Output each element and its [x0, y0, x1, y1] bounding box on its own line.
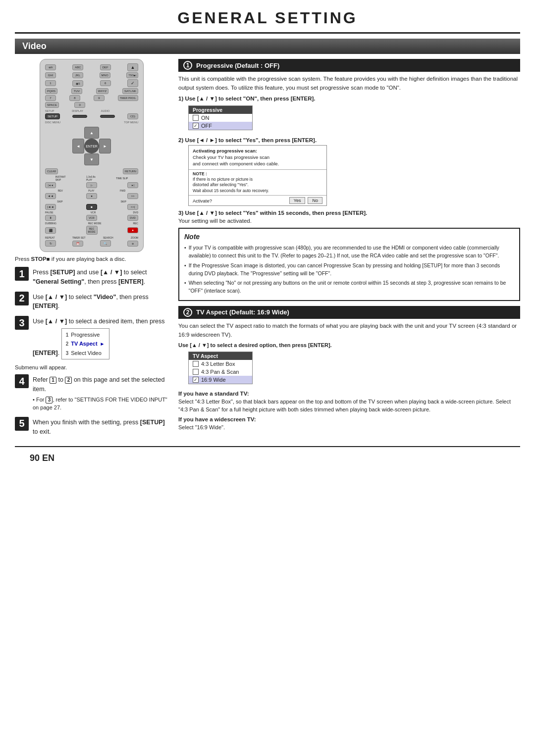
remote-btn-pause: ⏸: [45, 215, 56, 221]
step-2-text: Use [▲ / ▼] to select "Video", then pres…: [33, 292, 168, 311]
submenu-arrow: ►: [100, 340, 105, 348]
section1-step3-label: 3) Use [▲ / ▼] to select "Yes" within 15…: [178, 210, 520, 216]
note-bullet-3: •: [184, 279, 186, 295]
note-bullet-1: •: [184, 244, 186, 260]
step-3-number: 3: [15, 316, 29, 330]
remote-btn-tuv: TUV: [71, 88, 82, 94]
remote-btn-zoom: ⊕: [127, 241, 138, 247]
activate-no-btn[interactable]: No: [308, 197, 322, 204]
remote-btn-rev: ◄◄: [45, 193, 56, 199]
tv-letterbox-checkbox: [193, 361, 199, 367]
main-content: ⊕/A ABC DEF ▲ GHI JKL MNO TSO▶| 1 ◉5 6 ✓: [15, 54, 520, 441]
activate-box-footer: Activate? Yes No: [189, 195, 326, 205]
remote-btn-135x: ▷: [86, 182, 97, 188]
activate-line3: and connect with component video cable.: [193, 160, 322, 167]
remote-btn-rec: ●: [127, 227, 138, 233]
step-5-number: 5: [15, 417, 29, 431]
ref-3: 3: [46, 397, 53, 403]
remote-btn-9: 9: [94, 95, 105, 101]
activate-note-title: NOTE :: [193, 171, 322, 177]
remote-btn-timerprog: TIMER PROG.: [118, 95, 138, 101]
remote-label-display: DISPLAY: [72, 109, 83, 112]
step-4-block: 4 Refer 1 to 2 on this page and set the …: [15, 374, 168, 412]
section-1-circle: 1: [183, 61, 192, 70]
note-item-1: • If your TV is compatible with progress…: [184, 244, 514, 260]
progressive-off-checkbox: [193, 123, 199, 129]
remote-dpad: ▲ ◄ ENTER ► ▼: [72, 127, 111, 165]
remote-btn-cd: CD): [127, 113, 138, 119]
remote-btn-2: ◉5: [72, 80, 83, 87]
activate-yes-btn[interactable]: Yes: [289, 197, 306, 204]
remote-btn-play-center: ●: [86, 193, 97, 199]
progressive-box: Progressive ON OFF: [188, 105, 253, 130]
remote-btn-down: ▼: [84, 153, 99, 165]
remote-btn-wxyz: WXYZ: [96, 88, 108, 94]
remote-btn-up: ▲: [84, 127, 99, 139]
remote-btn-vcr: VCR: [86, 215, 97, 221]
remote-btn-repeat: ↻: [45, 240, 56, 247]
note-item-3: • When selecting "No" or not pressing an…: [184, 279, 514, 295]
remote-btn-search: 🔍: [100, 240, 111, 247]
section-1-header: 1 Progressive (Default : OFF): [178, 59, 520, 72]
section-2-body: You can select the TV aspect ratio to ma…: [178, 322, 520, 340]
bottom-bar: 90 EN: [15, 446, 520, 469]
remote-btn-instant-skip: |◄◄: [45, 182, 56, 188]
remote-btn-audio: [100, 115, 115, 118]
step-4-text: Refer 1 to 2 on this page and set the se…: [33, 374, 168, 412]
standard-tv-body: Select "4:3 Letter Box", so that black b…: [178, 398, 520, 414]
remote-btn-ghi: GHI: [45, 72, 56, 78]
remote-btn-mute: ⊕/A: [45, 64, 56, 70]
step-5-text: When you finish with the setting, press …: [33, 417, 168, 437]
submenu-item-1: 1 Progressive: [66, 330, 105, 340]
remote-label-dubbing: DUBBING: [45, 222, 56, 225]
step-3-text: Use [▲ / ▼] to select a desired item, th…: [33, 316, 168, 359]
section-header: Video: [15, 39, 520, 54]
tv-aspect-box: TV Aspect 4:3 Letter Box 4:3 Pan & Scan …: [188, 352, 253, 384]
remote-btn-mno: MNO: [100, 72, 110, 78]
activate-box-body: Activating progressive scan: Check your …: [189, 146, 326, 169]
note-text-1: If your TV is compatible with progressiv…: [189, 244, 514, 260]
section-1-title: Progressive (Default : OFF): [196, 62, 279, 69]
remote-label-skip2: SKIP: [120, 200, 126, 203]
section1-step3-note: Your setting will be activated.: [178, 218, 520, 224]
remote-btn-stop: ■: [86, 204, 97, 210]
right-column: 1 Progressive (Default : OFF) This unit …: [178, 59, 520, 441]
remote-label-setup: SETUP: [45, 109, 54, 112]
remote-btn-skip-next: >>|: [127, 204, 138, 210]
remote-btn-tso: TSO▶|: [126, 72, 138, 78]
submenu-item-2: 2 TV Aspect ►: [66, 339, 105, 349]
remote-label-topmenu: TOP MENU: [124, 121, 138, 124]
remote-btn-display: [72, 115, 87, 118]
remote-label-recmode: REC MODE: [88, 222, 102, 225]
step-1-number: 1: [15, 267, 29, 281]
remote-btn-1: 1: [45, 80, 56, 86]
remote-label-skip: SKIP: [57, 200, 62, 203]
activate-box: Activating progressive scan: Check your …: [188, 145, 327, 206]
remote-btn-enter: ENTER: [84, 139, 99, 153]
remote-label-pause: PAUSE: [45, 211, 54, 214]
step-1-text: Press [SETUP] and use [▲ / ▼] to select …: [33, 267, 168, 287]
remote-btn-7: 7: [45, 95, 56, 101]
progressive-on-item: ON: [189, 114, 252, 122]
remote-label-instant: INSTANTSKIP: [55, 175, 66, 181]
remote-btn-pqrs: PQRS: [45, 88, 57, 94]
progressive-box-header: Progressive: [189, 106, 252, 114]
remote-btn-recmode: RECMODE: [86, 226, 98, 235]
standard-tv-title: If you have a standard TV:: [178, 391, 520, 397]
remote-wrapper: ⊕/A ABC DEF ▲ GHI JKL MNO TSO▶| 1 ◉5 6 ✓: [15, 59, 168, 252]
remote-btn-setup: SETUP: [45, 113, 60, 119]
progressive-on-label: ON: [201, 115, 210, 121]
remote-btn-3: 6: [100, 80, 111, 86]
remote-btn-jkl: JKL: [72, 72, 83, 78]
note-bullet-2: •: [184, 262, 186, 278]
remote-label-play: PLAY: [88, 189, 94, 192]
section-2-title: TV Aspect (Default: 16:9 Wide): [196, 308, 289, 316]
remote-label-zoom: ZOOM: [131, 236, 138, 239]
remote-label-repeat: REPEAT: [45, 236, 55, 239]
step-2-number: 2: [15, 292, 29, 305]
step-4-number: 4: [15, 374, 29, 388]
activate-box-note: NOTE : If there is no picture or picture…: [189, 169, 326, 196]
note-text-3: When selecting "No" or not pressing any …: [189, 279, 514, 295]
page-title-bar: GENERAL SETTING: [15, 0, 520, 34]
remote-btn-check: ✓: [127, 79, 138, 87]
